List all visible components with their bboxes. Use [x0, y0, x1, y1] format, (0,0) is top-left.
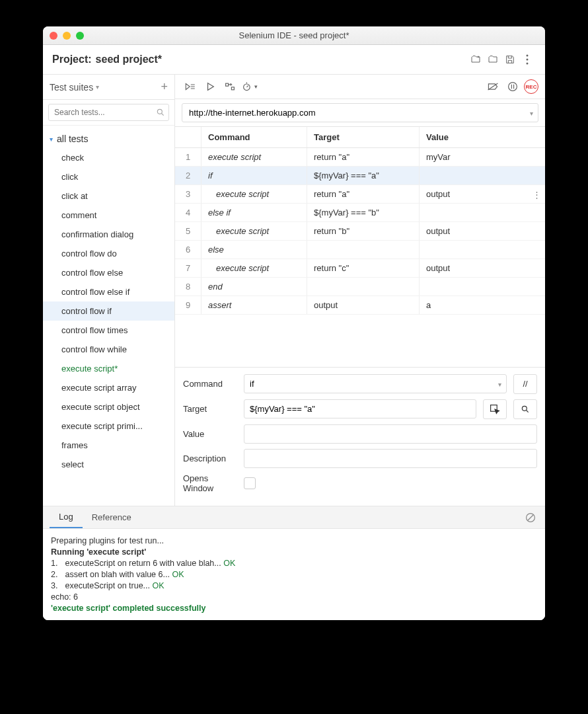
tree-item[interactable]: click	[43, 167, 174, 186]
grid-row[interactable]: 5execute scriptreturn "b"output	[175, 222, 545, 241]
sidebar: Test suites ▾ + ▾ all tests checkclickcl…	[43, 75, 175, 506]
row-command: assert	[202, 296, 307, 314]
tree-item[interactable]: control flow if	[43, 301, 174, 321]
row-command: execute script	[202, 148, 307, 166]
tree-item[interactable]: confirmation dialog	[43, 225, 174, 244]
row-command: else	[202, 241, 307, 258]
tree-group-all-tests[interactable]: ▾ all tests	[43, 130, 174, 148]
run-all-button[interactable]	[182, 79, 199, 95]
column-target: Target	[307, 127, 420, 147]
disable-breakpoints-button[interactable]	[484, 79, 501, 95]
row-target: return "c"	[307, 259, 420, 277]
bottom-panel: Log Reference Preparing plugins for test…	[43, 506, 545, 620]
editor-description-input[interactable]	[244, 449, 537, 468]
tree-group-label: all tests	[57, 134, 88, 144]
tree-item[interactable]: control flow else if	[43, 282, 174, 301]
opens-window-checkbox[interactable]	[244, 477, 256, 489]
row-number: 8	[175, 278, 202, 296]
tree-item[interactable]: execute script array	[43, 378, 174, 397]
save-project-button[interactable]	[501, 52, 519, 67]
project-header: Project: seed project*	[43, 45, 545, 75]
new-project-button[interactable]	[467, 52, 484, 67]
tree-item[interactable]: comment	[43, 206, 174, 225]
log-line: Preparing plugins for test run...	[51, 536, 537, 545]
svg-rect-4	[226, 83, 229, 86]
grid-header: Command Target Value	[175, 127, 545, 148]
grid-row[interactable]: 6else	[175, 241, 545, 259]
row-number: 7	[175, 259, 202, 277]
row-number: 2	[175, 167, 202, 184]
command-grid: Command Target Value 1execute scriptretu…	[175, 127, 545, 367]
tab-log[interactable]: Log	[50, 506, 83, 528]
record-button[interactable]: REC	[524, 79, 538, 94]
chevron-down-icon[interactable]: ▾	[96, 83, 99, 91]
row-target: return "a"	[307, 185, 420, 203]
find-target-button[interactable]	[513, 399, 537, 419]
editor-target-input[interactable]	[244, 399, 476, 418]
row-target: return "a"	[307, 148, 420, 166]
row-value	[420, 167, 545, 184]
column-value: Value	[420, 127, 545, 147]
editor-target-label: Target	[183, 404, 237, 414]
row-command: execute script	[202, 259, 307, 277]
search-icon	[156, 108, 165, 117]
grid-row[interactable]: 1execute scriptreturn "a"myVar	[175, 148, 545, 167]
tab-reference[interactable]: Reference	[83, 507, 141, 528]
app-window: Selenium IDE - seed project* Project: se…	[43, 26, 545, 620]
editor-command-select[interactable]	[244, 374, 507, 393]
tree-item[interactable]: control flow else	[43, 263, 174, 282]
base-url-input[interactable]	[182, 103, 538, 122]
row-value	[420, 204, 545, 221]
tree-item[interactable]: execute script object	[43, 397, 174, 416]
grid-row[interactable]: 3execute scriptreturn "a"output⋮	[175, 185, 545, 204]
step-button[interactable]	[221, 79, 239, 95]
tree-item[interactable]: control flow do	[43, 244, 174, 263]
grid-row[interactable]: 7execute scriptreturn "c"output	[175, 259, 545, 278]
grid-row[interactable]: 9assertoutputa	[175, 296, 545, 315]
tree-item[interactable]: check	[43, 148, 174, 167]
tree-item[interactable]: frames	[43, 436, 174, 455]
speed-button[interactable]: ▾	[241, 79, 258, 95]
row-command: else if	[202, 204, 307, 221]
search-input[interactable]	[48, 104, 169, 121]
select-element-button[interactable]	[483, 399, 507, 419]
clear-log-button[interactable]	[523, 510, 538, 526]
row-command: end	[202, 278, 307, 296]
project-name: seed project*	[96, 54, 162, 65]
row-command: execute script	[202, 185, 307, 203]
log-line: 1. executeScript on return 6 with value …	[51, 559, 537, 568]
titlebar: Selenium IDE - seed project*	[43, 26, 545, 45]
editor-command-label: Command	[183, 379, 237, 389]
sidebar-header-label[interactable]: Test suites	[50, 82, 93, 93]
row-target: return "b"	[307, 222, 420, 240]
editor-value-input[interactable]	[244, 424, 537, 444]
project-label: Project:	[52, 54, 92, 65]
toggle-comment-button[interactable]: //	[513, 374, 537, 394]
tree-item[interactable]: control flow while	[43, 340, 174, 359]
window-title: Selenium IDE - seed project*	[43, 30, 545, 40]
main-panel: ▾ REC ▾ Command	[175, 75, 545, 506]
more-menu-button[interactable]	[519, 52, 536, 67]
svg-rect-5	[231, 87, 234, 90]
run-button[interactable]	[202, 79, 219, 95]
row-value	[420, 278, 545, 296]
tree-item[interactable]: execute script primi...	[43, 416, 174, 436]
grid-row[interactable]: 8end	[175, 278, 545, 296]
log-output: Preparing plugins for test run... Runnin…	[43, 529, 545, 620]
caret-down-icon: ▾	[50, 136, 53, 143]
tree-item[interactable]: click at	[43, 186, 174, 206]
svg-point-7	[509, 83, 517, 91]
add-suite-button[interactable]: +	[161, 80, 168, 94]
tree-item[interactable]: select	[43, 455, 174, 474]
row-target: ${myVar} === "b"	[307, 204, 420, 221]
open-project-button[interactable]	[484, 52, 501, 67]
row-menu-button[interactable]: ⋮	[533, 189, 541, 199]
tree-item[interactable]: execute script*	[43, 359, 174, 378]
log-line: Running 'execute script'	[51, 547, 537, 557]
row-value: output	[420, 222, 545, 240]
pause-button[interactable]	[504, 79, 521, 95]
grid-row[interactable]: 2if${myVar} === "a"	[175, 167, 545, 185]
tree-item[interactable]: control flow times	[43, 321, 174, 340]
row-target	[307, 241, 420, 258]
grid-row[interactable]: 4else if${myVar} === "b"	[175, 204, 545, 222]
